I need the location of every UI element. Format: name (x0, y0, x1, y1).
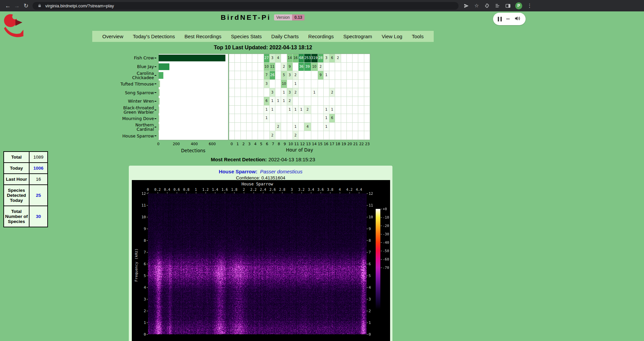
forward-button[interactable]: → (12, 1, 21, 10)
heatmap-cell: 3 (287, 71, 293, 80)
nav-item-recordings[interactable]: Recordings (306, 34, 336, 39)
bookmark-star-icon[interactable]: ☆ (474, 3, 480, 9)
tick-mark (147, 229, 148, 229)
heatmap-cell (229, 114, 235, 123)
pause-button[interactable] (498, 17, 502, 21)
heatmap-cell (247, 106, 252, 114)
heatmap-cell (329, 97, 335, 106)
tick-mark (254, 192, 254, 193)
seek-bar[interactable] (506, 18, 510, 19)
heatmap-cell (275, 80, 281, 89)
heatmap-cell (353, 97, 358, 106)
heatmap-cell (358, 88, 364, 97)
time-tick-label: 3.6 (317, 187, 324, 191)
freq-tick-label: 8 (132, 238, 146, 243)
heatmap-cell: 2 (293, 131, 299, 140)
heatmap-cell (258, 54, 264, 63)
detection-scientific-name[interactable]: Passer domesticus (260, 169, 303, 174)
nav-item-best-recordings[interactable]: Best Recordings (182, 34, 223, 39)
heatmap-cell: 2 (318, 63, 324, 71)
heatmap-cell (258, 88, 264, 97)
heatmap-cell (341, 97, 347, 106)
heatmap-cell (364, 114, 370, 123)
bar (159, 107, 159, 113)
heatmap-cell (311, 123, 318, 131)
reload-button[interactable]: ↻ (21, 1, 31, 10)
back-button[interactable]: ← (3, 1, 12, 10)
bar (159, 72, 163, 79)
freq-tick-label: 6 (132, 262, 146, 266)
heatmap-cell (335, 114, 341, 123)
freq-tick-label: 8 (369, 238, 371, 243)
species-label: Tufted Titmouse (99, 79, 156, 88)
heatmap-cell: 27 (264, 54, 270, 63)
side-panel-icon[interactable] (505, 3, 511, 9)
heatmap-cell: 4 (275, 54, 281, 63)
hour-tick: 14 (312, 142, 317, 146)
version-label: Version (274, 14, 292, 20)
tick-mark (381, 259, 382, 260)
heatmap-cell: 1 (324, 106, 329, 114)
most-recent-detection: Most Recent Detection:2022-04-13 18:15:2… (211, 157, 315, 162)
axis-tick (155, 92, 156, 93)
browser-menu-icon[interactable]: ⋮ (527, 3, 533, 9)
hour-tick: 7 (272, 142, 274, 146)
heatmap-cell (287, 80, 293, 89)
detection-common-name[interactable]: House Sparrow: (219, 169, 257, 174)
heatmap-cell (353, 71, 358, 80)
heatmap-cell (264, 88, 270, 97)
heatmap-cell (358, 63, 364, 71)
tick-mark (147, 252, 148, 252)
profile-avatar[interactable]: P (515, 2, 522, 9)
stat-label: Last Hour (4, 174, 29, 185)
reading-list-icon[interactable] (494, 3, 500, 9)
heatmap-cell (324, 97, 329, 106)
axis-tick (155, 75, 156, 76)
hour-tick: 12 (300, 142, 305, 146)
time-tick-label: 2.2 (250, 187, 257, 191)
heatmap-xaxis-label: Hour of Day (286, 147, 313, 153)
extensions-puzzle-icon[interactable] (484, 3, 490, 9)
heatmap-cell (264, 131, 270, 140)
stat-value[interactable]: 25 (29, 185, 48, 206)
tick-mark (147, 193, 148, 194)
heatmap-cell: 1 (275, 97, 281, 106)
table-row: Total Number of Species30 (4, 206, 48, 227)
heatmap-cell: 16 (293, 54, 299, 63)
heatmap-cell (275, 71, 281, 80)
heatmap-cell (270, 114, 275, 123)
nav-item-species-stats[interactable]: Species Stats (229, 34, 264, 39)
heatmap-cell (235, 80, 240, 89)
tick-mark (147, 311, 148, 311)
nav-item-view-log[interactable]: View Log (380, 34, 404, 39)
detections-heatmap: 2734141668253319283621011293639102726532… (229, 54, 370, 140)
time-tick-label: 1.8 (231, 187, 237, 191)
heatmap-cell: 6 (329, 54, 335, 63)
tick-mark (167, 192, 167, 193)
colorbar-tick-label: -50 (383, 249, 389, 253)
spectrogram-colorbar (376, 209, 380, 309)
time-tick-label: 4.4 (356, 187, 362, 191)
heatmap-cell: 3 (264, 80, 270, 89)
confidence-value: 0.41351604 (261, 175, 285, 180)
nav-item-overview[interactable]: Overview (100, 34, 125, 39)
heatmap-cell (299, 80, 304, 89)
nav-item-spectrogram[interactable]: Spectrogram (341, 34, 374, 39)
send-icon[interactable] (463, 3, 469, 9)
nav-item-tools[interactable]: Tools (410, 34, 426, 39)
volume-icon[interactable] (514, 15, 521, 23)
stat-value[interactable]: 30 (29, 206, 48, 227)
heatmap-cell: 1 (324, 114, 329, 123)
freq-tick-label: 7 (369, 250, 371, 254)
heatmap-cell (235, 131, 240, 140)
nav-item-daily-charts[interactable]: Daily Charts (269, 34, 301, 39)
browser-toolbar-icons: ☆ P ⋮ (463, 2, 533, 9)
species-label: Song Sparrow (99, 88, 156, 97)
nav-item-today-s-detections[interactable]: Today's Detections (131, 34, 177, 39)
heatmap-cell (252, 97, 258, 106)
freq-tick-label: 1 (369, 321, 371, 325)
url-bar[interactable]: virginia.birdnetpi.com/?stream=play (33, 2, 459, 10)
heatmap-cell (304, 80, 311, 89)
heatmap-cell (299, 97, 304, 106)
stat-value[interactable]: 1006 (29, 163, 48, 174)
